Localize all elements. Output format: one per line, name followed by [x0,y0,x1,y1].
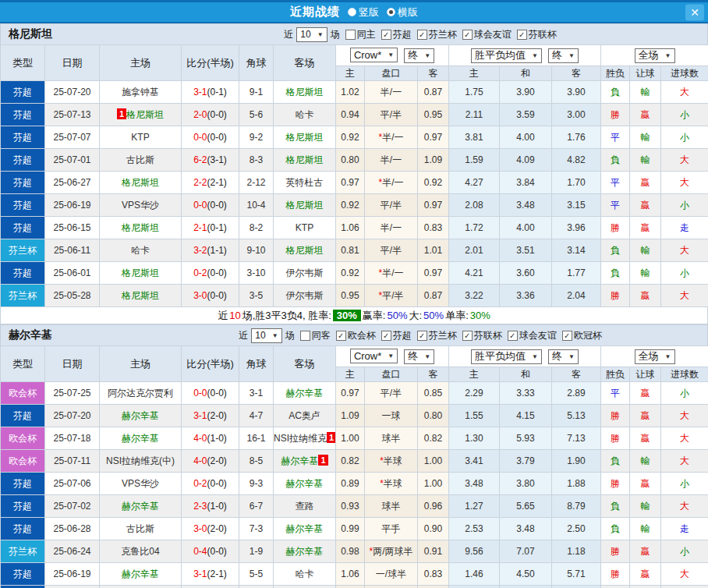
games-label: 场 [285,329,295,342]
result-win-lose: 負 [601,262,630,285]
away-odds: 0.96 [418,495,449,518]
match-count-select[interactable]: 10▼ [251,328,281,343]
league-checkbox[interactable] [381,331,391,341]
away-team: 格尼斯坦 [274,194,336,217]
league-checkbox[interactable] [462,331,473,341]
result-goals: 小 [661,540,708,563]
away-team: 赫尔辛基 [274,382,336,405]
avg-type-select[interactable]: 胜平负均值▼ [471,48,542,63]
same-venue-checkbox[interactable] [345,30,356,40]
match-score: 0-2(0-0) [182,262,239,285]
result-goals: 小 [661,126,708,149]
fulltime-select[interactable]: 全场▼ [635,48,675,63]
summary-text: 30% [470,310,490,321]
home-team: 格尼斯坦 [100,217,182,239]
final-avg-select[interactable]: 终▼ [548,349,579,364]
avg-type-select[interactable]: 胜平负均值▼ [471,349,542,364]
away-team: 查路 [274,495,336,518]
result-handicap: 輸 [630,81,661,104]
radio-icon[interactable] [348,8,356,16]
result-goals: 走 [661,217,708,239]
home-odds: 0.97 [336,172,365,194]
result-goals: 大 [661,427,708,450]
handicap-value: 半球 [384,455,402,466]
home-team: 格尼斯坦 [100,262,182,285]
corner-score: 10-4 [239,194,274,217]
radio-icon[interactable] [387,8,395,16]
league-checkbox[interactable] [462,30,473,40]
result-goals: 小 [661,194,708,217]
match-score: 6-2(3-1) [182,149,239,172]
match-score: 3-2(1-1) [182,239,239,262]
away-team: KTP [274,217,336,239]
corner-score: 3-5 [239,285,274,307]
league-checkbox[interactable] [381,30,391,40]
league-label: 芬兰杯 [429,329,457,342]
league-checkbox[interactable] [417,30,427,40]
result-goals: 大 [661,563,708,586]
away-team-name: 赫尔辛基 [286,478,324,489]
corner-score: 8-3 [239,149,274,172]
column-header-avg-home: 主 [449,367,500,382]
result-win-lose: 平 [601,382,630,405]
close-icon[interactable]: ✕ [685,4,704,20]
result-goals: 大 [661,149,708,172]
fulltime-score: 0-2 [193,478,207,489]
home-team-name: 格尼斯坦 [122,290,159,301]
league-label: 芬兰杯 [429,28,457,41]
results-table: 类型日期主场比分(半场)角球客场Crow*▼终▼胜平负均值▼终▼全场▼主盘口客主… [0,345,708,588]
radio-vertical-label: 竖版 [359,5,379,19]
result-goals: 小 [661,473,708,495]
final-odds-select[interactable]: 终▼ [404,349,434,364]
avg-group-header: 胜平负均值▼终▼ [449,346,601,367]
bookmaker-select[interactable]: Crow*▼ [350,349,398,363]
bookmaker-select[interactable]: Crow*▼ [350,48,398,62]
avg-draw: 4.09 [500,149,552,172]
avg-draw: 4.00 [500,217,552,239]
league-checkbox[interactable] [417,331,427,341]
column-header-odds-handicap: 盘口 [365,66,418,81]
match-score: 3-1(2-1) [182,563,239,586]
handicap: 半/一 [365,149,418,172]
league-type-badge: 芬超 [1,563,45,586]
league-label: 球会友谊 [519,329,557,342]
corner-score: 1-9 [239,540,274,563]
halftime-score: (0-0) [207,388,227,398]
away-team-name: 哈卡 [296,569,314,579]
column-header-handicap-result: 让球 [630,66,661,81]
league-checkbox[interactable] [336,331,346,341]
handicap: 半/一 [365,81,418,104]
home-team: 古比斯 [100,149,182,172]
match-score: 0-0(0-0) [182,126,239,149]
home-team-name: 古比斯 [126,523,154,534]
final-odds-select[interactable]: 终▼ [404,48,434,63]
avg-win: 2.29 [449,382,500,405]
match-date: 25-07-13 [45,104,100,126]
final-avg-select[interactable]: 终▼ [548,48,579,63]
avg-draw: 5.93 [500,427,552,450]
same-venue-checkbox[interactable] [300,331,310,341]
layout-radio-vertical[interactable]: 竖版 [348,5,379,19]
layout-radio-horizontal[interactable]: 横版 [387,5,418,19]
odds-group-header: Crow*▼终▼ [336,45,449,66]
fulltime-select[interactable]: 全场▼ [635,349,675,364]
fulltime-score: 2-0 [193,109,207,120]
fulltime-score: 3-2 [193,245,207,256]
home-team: 格尼斯坦 [100,285,182,307]
handicap: 平/半 [365,239,418,262]
match-date: 25-05-28 [45,285,100,307]
handicap: *半/一 [365,126,418,149]
league-checkbox[interactable] [517,30,527,40]
match-date: 25-06-15 [45,217,100,239]
result-handicap: 輸 [630,126,661,149]
match-count-select[interactable]: 10▼ [296,27,327,42]
home-odds: 0.92 [336,194,365,217]
league-checkbox[interactable] [562,331,572,341]
league-checkbox[interactable] [508,331,518,341]
corner-score: 8-2 [239,217,274,239]
result-handicap: 贏 [630,217,661,239]
summary-text: 近 [218,309,228,323]
home-team: 赫尔辛基 [100,427,182,450]
avg-lose: 5.13 [552,405,601,427]
away-team-name: AC奥卢 [289,410,320,421]
